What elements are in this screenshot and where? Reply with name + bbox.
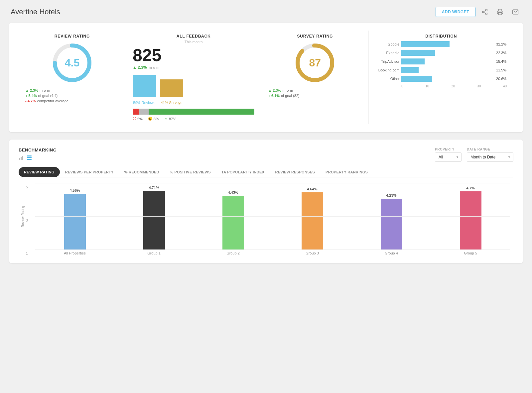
print-button[interactable] xyxy=(494,6,506,18)
dist-bar xyxy=(401,41,450,47)
date-range-select[interactable]: Month to Date xyxy=(467,152,513,162)
app-title: Avertine Hotels xyxy=(11,8,60,16)
svg-rect-13 xyxy=(27,155,32,156)
dist-label: Expedia xyxy=(375,51,399,55)
bench-controls: PROPERTY All DATE RANGE Month to Date xyxy=(435,147,513,162)
property-select-wrap: All xyxy=(435,152,462,162)
sentiment-bar xyxy=(133,109,254,115)
bad-icon: ☹ xyxy=(133,117,136,121)
email-button[interactable] xyxy=(509,6,521,18)
bench-bar xyxy=(302,192,323,250)
review-rating-stats: ▲ 2.3% m-o-m + 5.4% of goal (4.4) - 4.7%… xyxy=(25,88,119,103)
benchmark-tab[interactable]: PROPERTY RANKINGS xyxy=(320,167,373,177)
svg-line-4 xyxy=(484,10,486,11)
distribution-axis: 0 10 20 30 40 xyxy=(375,84,507,88)
benchmark-tab[interactable]: REVIEW RATING xyxy=(19,167,60,177)
bench-bar-group: 4.23% xyxy=(352,193,431,250)
bench-bar-group: 4.56% xyxy=(35,188,114,250)
stat-goal: + 5.4% of goal (4.4) xyxy=(25,94,119,98)
bar-chart-view-icon[interactable] xyxy=(19,155,24,162)
stat-mom: ▲ 2.3% m-o-m xyxy=(25,88,119,92)
share-button[interactable] xyxy=(479,6,491,18)
bench-bar-group: 4.7% xyxy=(431,186,510,250)
sentiment-neutral xyxy=(139,109,148,115)
dist-label: Google xyxy=(375,42,399,46)
review-rating-value: 4.5 xyxy=(65,57,79,69)
date-range-label: DATE RANGE xyxy=(467,147,513,151)
bad-pct: 5% xyxy=(137,117,143,121)
svg-rect-11 xyxy=(21,157,22,160)
dist-label: TripAdvisor xyxy=(375,59,399,63)
property-select[interactable]: All xyxy=(435,152,462,162)
surveys-label: 41% Surveys xyxy=(160,101,183,105)
top-metrics-card: REVIEW RATING 4.5 ▲ 2.3% m-o-m + 5.4% xyxy=(9,23,523,132)
sentiment-good xyxy=(149,109,255,115)
bench-left: BENCHMARKING xyxy=(19,147,57,162)
feedback-bar-labels: 59% Reviews 41% Surveys xyxy=(133,101,254,105)
dist-row: Other 20.6% xyxy=(375,76,507,82)
dist-bar xyxy=(401,50,435,56)
survey-rating-title: SURVEY RATING xyxy=(268,34,362,39)
benchmark-tab[interactable]: TA POPULARITY INDEX xyxy=(216,167,270,177)
dist-row: Expedia 22.3% xyxy=(375,50,507,56)
dist-row: Google 32.2% xyxy=(375,41,507,47)
bench-bar-group: 4.43% xyxy=(194,190,273,250)
bench-title: BENCHMARKING xyxy=(19,147,57,152)
dist-pct: 22.3% xyxy=(496,51,507,55)
all-feedback-title: ALL FEEDBACK xyxy=(133,34,254,39)
distribution-chart: Google 32.2% Expedia 22.3% TripAdvisor 1… xyxy=(375,41,507,82)
x-label: Group 5 xyxy=(431,251,510,255)
share-icon xyxy=(481,9,488,15)
feedback-trend: ▲ 2.3% m-o-m xyxy=(133,65,254,70)
x-label: Group 2 xyxy=(194,251,273,255)
ok-pct: 8% xyxy=(154,117,159,121)
bench-chart-area: Review Rating 5 3 1 4.56% 4.71% 4.43% 4.… xyxy=(19,183,513,255)
dist-pct: 32.2% xyxy=(496,42,507,46)
survey-rating-donut: 87 xyxy=(293,41,336,84)
bench-bar-value: 4.7% xyxy=(466,186,474,190)
bench-bar-value: 4.43% xyxy=(228,190,238,194)
add-widget-button[interactable]: ADD WIDGET xyxy=(436,7,475,17)
benchmark-tab[interactable]: % RECOMMENDED xyxy=(119,167,165,177)
sentiment-labels: ☹ 5% 😐 8% ☺ 87% xyxy=(133,117,254,121)
ok-icon: 😐 xyxy=(148,117,153,121)
email-icon xyxy=(512,9,519,15)
print-icon xyxy=(497,9,503,15)
date-range-select-wrap: Month to Date xyxy=(467,152,513,162)
survey-rating-donut-wrap: 87 xyxy=(268,41,362,84)
dist-bar xyxy=(401,67,419,73)
svg-rect-5 xyxy=(498,13,502,15)
svg-rect-15 xyxy=(27,159,32,160)
dist-row: TripAdvisor 15.4% xyxy=(375,58,507,64)
feedback-number: 825 xyxy=(133,47,254,64)
survey-rating-section: SURVEY RATING 87 ▲ 2.3% m-o-m + 6.1% xyxy=(261,31,369,124)
dist-pct: 20.6% xyxy=(496,77,507,81)
app-header: Avertine Hotels ADD WIDGET xyxy=(0,0,532,23)
bench-bar-value: 4.56% xyxy=(69,188,80,192)
benchmark-tab[interactable]: % POSITIVE REVIEWS xyxy=(165,167,216,177)
all-feedback-section: ALL FEEDBACK This month 825 ▲ 2.3% m-o-m… xyxy=(126,31,261,124)
y-axis-label: Review Rating xyxy=(21,206,25,227)
x-axis-labels: All PropertiesGroup 1Group 2Group 3Group… xyxy=(22,250,510,255)
dist-bar xyxy=(401,76,432,82)
bench-bar xyxy=(64,194,86,250)
bench-bar-value: 4.71% xyxy=(149,186,159,190)
benchmark-tab[interactable]: REVIEWS PER PROPERTY xyxy=(60,167,119,177)
bench-bar-value: 4.64% xyxy=(307,187,317,191)
reviews-label: 59% Reviews xyxy=(133,101,156,105)
dist-pct: 11.5% xyxy=(496,68,507,72)
dist-row: Booking.com 11.5% xyxy=(375,67,507,73)
table-view-icon[interactable] xyxy=(27,155,32,162)
survey-rating-stats: ▲ 2.3% m-o-m + 6.1% of goal (82) xyxy=(268,88,362,98)
sentiment-bad xyxy=(133,109,139,115)
review-rating-title: REVIEW RATING xyxy=(25,34,119,39)
svg-rect-10 xyxy=(19,158,20,160)
svg-point-2 xyxy=(486,13,487,15)
svg-rect-14 xyxy=(27,157,32,158)
dist-label: Booking.com xyxy=(375,68,399,72)
stat-competitor: - 4.7% competitor average xyxy=(25,99,119,103)
bench-bar-group: 4.64% xyxy=(273,187,352,250)
x-label: Group 4 xyxy=(352,251,431,255)
bench-bar-chart: Review Rating 5 3 1 4.56% 4.71% 4.43% 4.… xyxy=(22,183,510,250)
benchmark-tab[interactable]: REVIEW RESPONSES xyxy=(270,167,320,177)
